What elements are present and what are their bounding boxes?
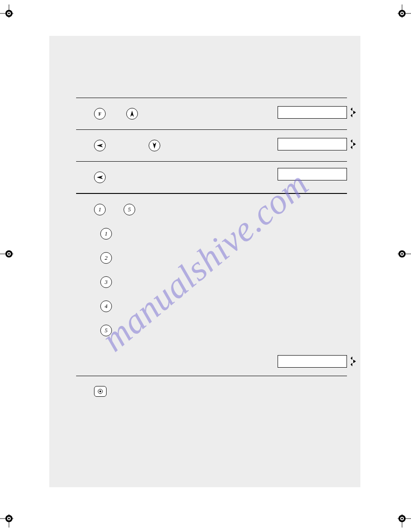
display-field	[278, 168, 347, 180]
svg-marker-40	[353, 360, 356, 363]
svg-point-9	[401, 13, 403, 14]
number-1-icon: 1	[94, 204, 106, 215]
svg-marker-31	[353, 111, 356, 114]
svg-marker-36	[353, 142, 356, 146]
svg-point-27	[401, 518, 403, 519]
step-row-1: F	[49, 98, 360, 129]
manual-page: manualshive.com F	[49, 36, 360, 487]
step-row-3	[49, 162, 360, 193]
svg-point-22	[8, 518, 10, 519]
settings-button-icon	[94, 386, 107, 397]
svg-marker-34	[351, 139, 352, 143]
svg-marker-32	[97, 144, 103, 147]
step-row-2	[49, 130, 360, 161]
crop-mark-bottom-right	[393, 510, 411, 528]
nav-arrows-icon	[349, 356, 357, 367]
display-field	[278, 138, 347, 150]
svg-point-13	[8, 253, 10, 255]
number-1-icon: 1	[100, 228, 112, 240]
crop-mark-mid-left	[0, 245, 18, 263]
pointer-up-icon	[126, 108, 138, 120]
dial-arrow-icon	[94, 172, 106, 183]
number-5-icon: 5	[100, 325, 112, 336]
svg-marker-29	[351, 107, 352, 111]
step-row-4: 1 5 1 2 3 4 5	[49, 194, 360, 376]
svg-marker-37	[97, 176, 103, 179]
dial-arrow-icon	[94, 140, 106, 151]
crop-mark-bottom-left	[0, 510, 18, 528]
svg-marker-39	[351, 363, 352, 366]
nav-arrows-icon	[349, 107, 357, 118]
nav-arrows-icon	[349, 139, 357, 150]
display-field	[278, 355, 347, 368]
svg-marker-38	[351, 356, 352, 360]
svg-marker-28	[130, 111, 134, 117]
svg-marker-35	[351, 146, 352, 149]
svg-point-42	[99, 390, 101, 392]
svg-marker-30	[351, 114, 352, 117]
crop-mark-top-left	[0, 4, 18, 22]
number-4-icon: 4	[100, 300, 112, 312]
f-button-icon: F	[94, 108, 106, 120]
pointer-down-icon	[149, 140, 160, 151]
step-row-5	[49, 376, 360, 407]
number-5-icon: 5	[124, 204, 135, 215]
number-3-icon: 3	[100, 276, 112, 288]
svg-point-17	[401, 253, 403, 255]
display-field	[278, 106, 347, 119]
crop-mark-top-right	[393, 4, 411, 22]
crop-mark-mid-right	[393, 245, 411, 263]
number-2-icon: 2	[100, 252, 112, 264]
svg-marker-33	[153, 142, 156, 149]
svg-point-4	[8, 13, 10, 14]
